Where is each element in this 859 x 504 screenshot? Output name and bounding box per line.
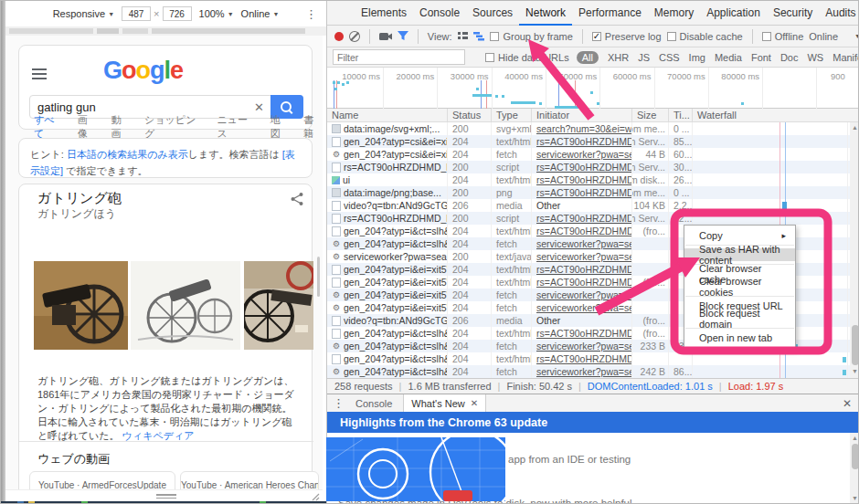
preserve-log-checkbox[interactable]: ✓Preserve log [592, 31, 662, 42]
page-scrollbar[interactable] [317, 257, 320, 297]
filter-type-font[interactable]: Font [751, 52, 771, 63]
request-initiator[interactable]: serviceworker?pwa=search&hl... [532, 365, 632, 378]
close-drawer-icon[interactable]: ✕ [843, 397, 859, 410]
search-input[interactable] [30, 100, 247, 114]
drawer-menu-icon[interactable]: ⋮ [333, 396, 345, 410]
hide-data-urls-checkbox[interactable]: Hide data URLs [485, 52, 569, 63]
request-name[interactable]: ⚙gen_204?atyp=i&ei=xit5WuXYL8j... [327, 289, 448, 301]
clear-network-log-icon[interactable] [349, 31, 360, 42]
request-initiator[interactable]: rs=ACT90oHRZDHMD_bBybtY... [532, 135, 632, 148]
request-initiator[interactable]: rs=ACT90oHRZDHMD_bBybtY... [532, 161, 632, 173]
request-name[interactable]: gen_204?atyp=i&ei=xit5WuXYL8ja8... [327, 263, 448, 276]
request-initiator[interactable]: serviceworker?pwa=search&hl... [532, 289, 632, 301]
column-header-type[interactable]: Type [492, 109, 532, 121]
table-scrollbar[interactable]: ▲ ▼ [850, 122, 859, 378]
gatling-gun-photo-1[interactable] [34, 261, 128, 350]
request-initiator[interactable]: rs=ACT90oHRZDHMD_bBybtY... [532, 263, 632, 276]
table-row[interactable]: ui204text/htmlrs=ACT90oHRZDHMD_bBybtY...… [327, 173, 859, 186]
column-header-status[interactable]: Status [448, 109, 492, 121]
request-initiator[interactable]: rs=ACT90oHRZDHMD_bBybtY... [532, 352, 632, 365]
device-mode-select[interactable]: Responsive▼ [53, 8, 114, 19]
tab-sources[interactable]: Sources [466, 1, 519, 26]
request-initiator[interactable]: serviceworker?pwa=search&hl... [532, 250, 632, 263]
menu-item-save-as-har-with-content[interactable]: Save as HAR with content [684, 248, 795, 261]
resize-grip-icon[interactable] [312, 493, 320, 501]
request-name[interactable]: gen_204?atyp=i&ct=slh&cad=&ei=x... [327, 327, 448, 340]
tab-console[interactable]: Console [348, 394, 399, 413]
column-header-name[interactable]: Name [327, 109, 448, 121]
filter-icon[interactable] [398, 31, 408, 41]
table-row[interactable]: ⚙gen_204?atyp=csi&ei=xit5WuXYL...204fetc… [327, 148, 859, 161]
column-header-initiator[interactable]: Initiator [532, 109, 632, 121]
offline-checkbox[interactable]: Offline [762, 31, 804, 42]
clear-search-icon[interactable]: ✕ [247, 100, 271, 114]
request-name[interactable]: data:image/png;base... [327, 186, 448, 199]
tab-application[interactable]: Application [700, 1, 767, 26]
filter-type-js[interactable]: JS [638, 52, 650, 63]
filter-type-img[interactable]: Img [689, 52, 705, 63]
tab-memory[interactable]: Memory [648, 1, 700, 26]
request-initiator[interactable]: rs=ACT90oHRZDHMD_bBybtY... [532, 276, 632, 289]
request-name[interactable]: ⚙gen_204?atyp=i&ct=slh&cad=&ei... [327, 237, 448, 250]
network-throttle-select[interactable]: Online ▼ [809, 31, 859, 42]
request-initiator[interactable]: rs=ACT90oHRZDHMD_bBybtY... [532, 327, 632, 340]
device-throttle-select[interactable]: Online▼ [241, 8, 280, 19]
filter-type-ws[interactable]: WS [807, 52, 823, 63]
request-initiator[interactable]: serviceworker?pwa=search&hl... [532, 340, 632, 352]
request-initiator[interactable]: rs=ACT90oHRZDHMD_bBybtY... [532, 173, 632, 186]
filter-type-manifest[interactable]: Manifest [832, 52, 859, 63]
table-row[interactable]: data:image/png;base...200pngrs=ACT90oHRZ… [327, 186, 859, 199]
tab-network[interactable]: Network [519, 1, 572, 26]
disable-cache-checkbox[interactable]: Disable cache [667, 31, 743, 42]
tab-performance[interactable]: Performance [572, 1, 648, 26]
request-name[interactable]: ⚙gen_204?atyp=csi&ei=xit5WuXYL... [327, 148, 448, 161]
gatling-gun-engraving[interactable] [131, 261, 240, 350]
show-overview-icon[interactable] [473, 32, 484, 41]
drag-handle[interactable] [156, 494, 176, 500]
tab-console[interactable]: Console [413, 1, 466, 26]
table-row[interactable]: gen_204?atyp=i&ct=slh&cad=&ei=x...204tex… [327, 352, 859, 365]
tab-whats-new[interactable]: What's New ✕ [403, 394, 486, 413]
network-overview-timeline[interactable]: 10000 ms20000 ms30000 ms40000 ms50000 ms… [327, 68, 859, 109]
request-initiator[interactable]: search?num=30&ei=wCt5Ws... [532, 122, 632, 135]
request-name[interactable]: ⚙gen_204?atyp=i&ei=xit5WuXYL8j... [327, 301, 448, 314]
device-zoom-select[interactable]: 100%▼ [199, 8, 234, 19]
table-row[interactable]: rs=ACT90oHRZDHMD_bBybtYUum-_...200script… [327, 212, 859, 225]
menu-item-clear-browser-cookies[interactable]: Clear browser cookies [684, 280, 795, 293]
request-initiator[interactable]: serviceworker?pwa=search&hl... [532, 237, 632, 250]
share-icon[interactable] [290, 192, 304, 206]
group-by-frame-checkbox[interactable]: Group by frame [490, 31, 572, 42]
request-name[interactable]: video?q=tbn:ANd9GcTGYSQgQ6rBw... [327, 199, 448, 212]
request-name[interactable]: gen_204?atyp=i&ei=xit5WuXYL8ja8... [327, 276, 448, 289]
close-tab-icon[interactable]: ✕ [471, 398, 478, 408]
network-table-header[interactable]: Name Status Type Initiator Size Ti... Wa… [327, 109, 859, 122]
request-name[interactable]: ui [327, 173, 448, 186]
drawer-scrollbar[interactable]: ▲ ▼ [850, 433, 859, 504]
request-name[interactable]: gen_204?atyp=i&ct=slh&cad=&ei=x... [327, 352, 448, 365]
filter-type-css[interactable]: CSS [659, 52, 680, 63]
request-name[interactable]: rs=ACT90oHRZDHMD_bBybtYUum-_... [327, 161, 448, 173]
gatling-gun-photo-2[interactable] [244, 261, 313, 350]
menu-item-open-in-new-tab[interactable]: Open in new tab [684, 331, 795, 344]
record-network-log-icon[interactable] [334, 32, 344, 41]
request-name[interactable]: ⚙serviceworker?pwa=search&hl=en... [327, 250, 448, 263]
hint-link[interactable]: 日本語の検索結果のみ表示 [67, 149, 188, 160]
request-initiator[interactable]: serviceworker?pwa=search&hl... [532, 301, 632, 314]
device-width-input[interactable] [122, 6, 151, 21]
column-header-waterfall[interactable]: Waterfall [693, 109, 848, 121]
request-name[interactable]: ⚙gen_204?atyp=i&ct=slh&cad=&ei... [327, 340, 448, 352]
table-row[interactable]: rs=ACT90oHRZDHMD_bBybtYUum-_...200script… [327, 161, 859, 173]
tab-elements[interactable]: Elements [355, 1, 413, 26]
device-height-input[interactable] [163, 6, 192, 21]
column-header-size[interactable]: Size [632, 109, 669, 121]
request-name[interactable]: data:image/svg+xml;... [327, 122, 448, 135]
column-header-time[interactable]: Ti... [669, 109, 693, 121]
request-name[interactable]: rs=ACT90oHRZDHMD_bBybtYUum-_... [327, 212, 448, 225]
filter-type-media[interactable]: Media [715, 52, 742, 63]
table-row[interactable]: gen_204?atyp=csi&ei=xit5WuXYL8ja...204te… [327, 135, 859, 148]
request-initiator[interactable]: rs=ACT90oHRZDHMD_bBybtY... [532, 225, 632, 237]
hamburger-menu-icon[interactable] [32, 68, 47, 79]
device-toolbar-menu-icon[interactable]: ⋮ [305, 7, 317, 21]
use-large-rows-icon[interactable] [458, 32, 469, 41]
table-row[interactable]: video?q=tbn:ANd9GcTGYSQgQ6rBw...206media… [327, 199, 859, 212]
